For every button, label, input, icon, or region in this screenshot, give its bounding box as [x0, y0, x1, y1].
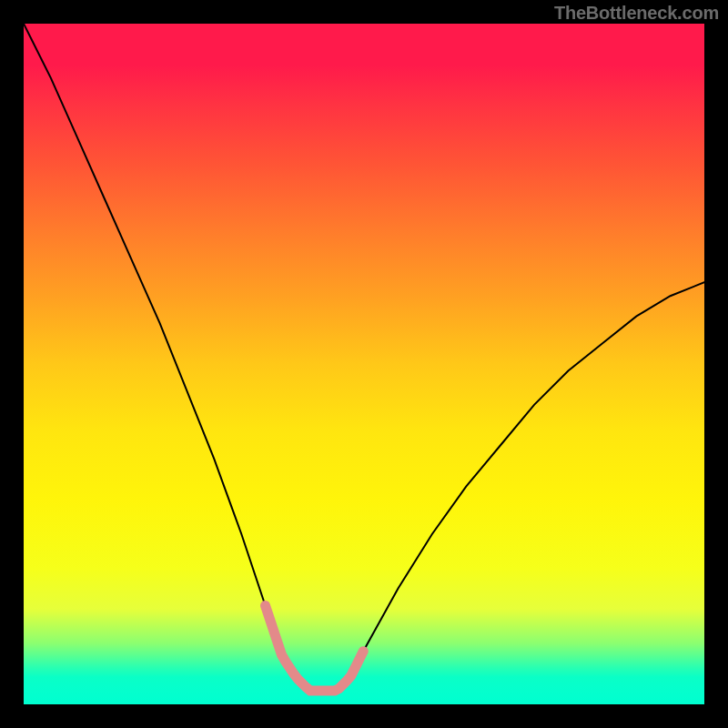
background-gradient [24, 24, 704, 704]
plot-area [24, 24, 704, 704]
watermark-text: TheBottleneck.com [554, 3, 719, 24]
outer-frame: TheBottleneck.com [0, 0, 728, 728]
